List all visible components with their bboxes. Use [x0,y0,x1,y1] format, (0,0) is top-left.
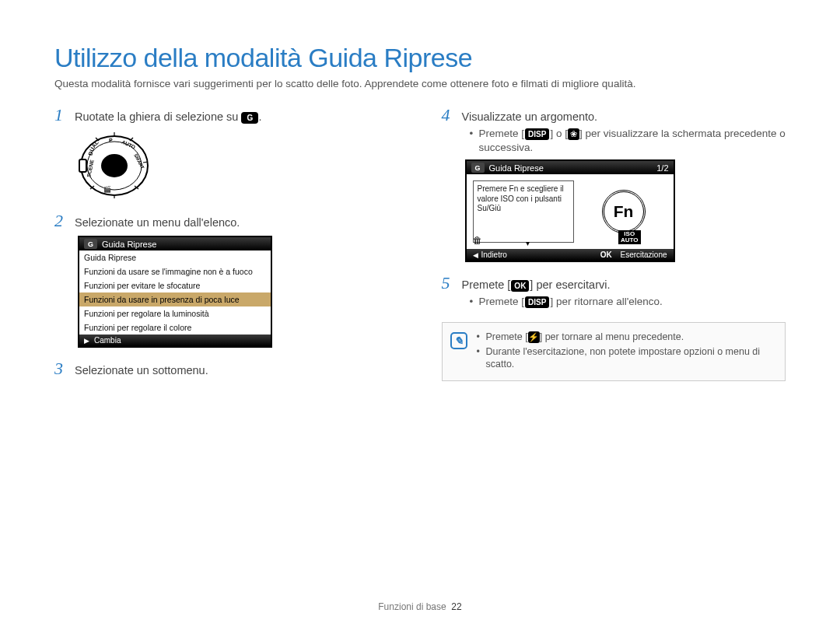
page-title: Utilizzo della modalità Guida Riprese [54,43,786,73]
step-2-text: Selezionate un menu dall'elenco. [75,216,399,229]
guide-mode-dial-icon: G [241,112,258,124]
guide-header-icon: G [84,239,97,249]
instruction-box: Premere Fn e scegliere il valore ISO con… [473,180,574,243]
disp-button-icon: DISP [525,128,549,140]
svg-rect-11 [79,159,86,172]
step-number: 1 [54,107,67,124]
footer-section: Funzioni di base [378,601,446,612]
step-1-text: Ruotate la ghiera di selezione su G. [75,110,399,124]
lcd-body: Guida Riprese Funzioni da usare se l'imm… [79,250,271,335]
step-number: 4 [442,107,454,124]
triangle-left-icon: ◀ [473,251,478,259]
step-4-bullets: Premete [DISP] o [❀] per visualizzare la… [470,127,786,155]
step-5: 5 Premete [OK] per esercitarvi. Premete … [442,275,786,309]
practice-label: Esercitazione [620,250,667,259]
lcd2-page-indicator: 1/2 [656,163,668,173]
lcd2-footer: ◀Indietro OK Esercitazione [467,249,674,261]
back-label: Indietro [481,250,507,259]
lcd-row-0: Guida Riprese [79,250,271,264]
step-1: 1 Ruotate la ghiera di selezione su G. [54,107,399,198]
step-4: 4 Visualizzate un argomento. Premete [DI… [442,107,786,262]
page-footer: Funzioni di base 22 [0,601,840,612]
step-5-bullets: Premete [DISP] per ritornare all'elenco. [470,295,786,309]
note-box: ✎ Premete [⚡] per tornare al menu preced… [442,322,786,382]
svg-text:P: P [109,138,113,143]
lcd-header: G Guida Riprese [79,237,271,250]
step-number: 2 [54,212,67,229]
guide-header-icon: G [471,163,485,173]
lcd-menu-screenshot: G Guida Riprese Guida Riprese Funzioni d… [78,236,272,348]
lcd-row-3-selected: Funzioni da usare in presenza di poca lu… [79,292,271,306]
left-column: 1 Ruotate la ghiera di selezione su G. [54,107,399,390]
svg-text:🎬: 🎬 [103,185,111,193]
step-3: 3 Selezionate un sottomenu. [54,360,399,377]
lcd-header-title: Guida Riprese [102,240,156,249]
note-line-2: Durante l'esercitazione, non potete impo… [477,345,776,372]
disp-button-icon: DISP [525,296,549,308]
lcd-footer: ▶ Cambia [79,335,271,346]
note-line-1: Premete [⚡] per tornare al menu preceden… [477,331,776,344]
flash-button-icon: ⚡ [528,331,540,343]
lcd2-body: Premere Fn e scegliere il valore ISO con… [467,174,674,249]
ok-label: OK [600,250,612,259]
lcd-row-5: Funzioni per regolare il colore [79,321,271,335]
triangle-right-icon: ▶ [84,337,89,345]
lcd-row-4: Funzioni per regolare la luminosità [79,306,271,321]
fn-button-icon: Fn [602,190,646,233]
lcd2-header: G Guida Riprese 1/2 [467,161,674,174]
mode-dial-illustration: DUAL P AUTO SMART SCENE 🎬 [78,130,399,198]
step-2: 2 Selezionate un menu dall'elenco. G Gui… [54,212,399,348]
trash-icon: 🗑 [473,235,482,246]
footer-page-number: 22 [451,601,461,612]
note-icon: ✎ [450,332,467,349]
lcd-footer-label: Cambia [94,336,121,345]
step-number: 5 [442,275,454,292]
step-number: 3 [54,360,67,377]
step-5-text: Premete [OK] per esercitarvi. [462,278,786,292]
lcd-topic-screenshot: G Guida Riprese 1/2 Premere Fn e sceglie… [465,159,675,262]
intro-text: Questa modalità fornisce vari suggerimen… [54,78,786,89]
step-4-text: Visualizzate un argomento. [462,110,786,123]
step-3-text: Selezionate un sottomenu. [75,364,399,377]
ok-button-icon: OK [511,280,529,292]
right-column: 4 Visualizzate un argomento. Premete [DI… [442,107,786,390]
chevron-down-icon: ▾ [526,239,530,247]
lcd-row-2: Funzioni per evitare le sfocature [79,278,271,292]
macro-button-icon: ❀ [568,128,579,140]
svg-point-2 [101,154,128,177]
lcd-row-1: Funzioni da usare se l'immagine non è a … [79,264,271,278]
lcd2-header-title: Guida Riprese [489,163,544,173]
iso-icon: ISO AUTO [618,230,641,244]
